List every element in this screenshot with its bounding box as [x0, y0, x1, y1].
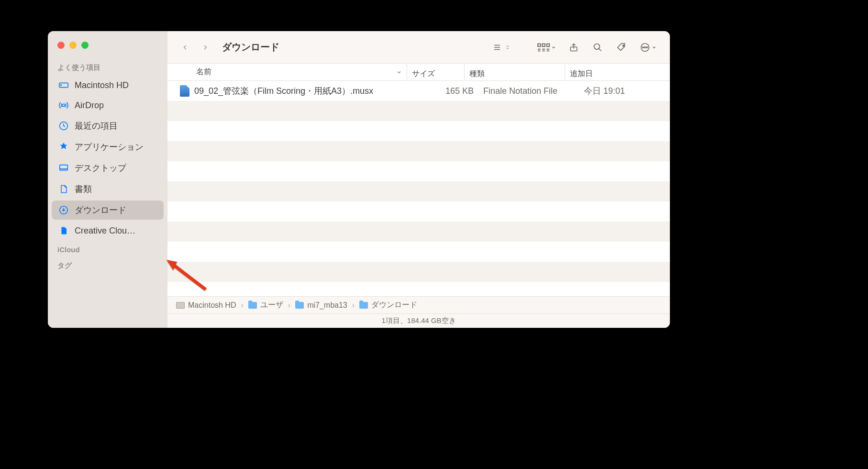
file-list: 09_02_管弦楽（Film Scoring・用紙A3）.musx 165 KB…: [167, 81, 670, 296]
disk-icon: [58, 80, 69, 90]
sidebar-item-macintosh-hd[interactable]: Macintosh HD: [52, 76, 164, 94]
svg-rect-8: [546, 44, 549, 46]
sort-chevron-icon: [396, 69, 402, 75]
sidebar-item-label: アプリケーション: [75, 141, 144, 153]
status-bar: 1項目、184.44 GB空き: [167, 313, 670, 328]
path-crumb[interactable]: mi7_mba13: [295, 301, 347, 310]
sidebar-section-tags[interactable]: タグ: [48, 257, 167, 273]
svg-point-10: [594, 44, 600, 49]
empty-row: [167, 161, 670, 181]
minimize-window-button[interactable]: [69, 42, 77, 49]
sidebar-item-applications[interactable]: アプリケーション: [52, 137, 164, 156]
up-down-chevron-icon: [505, 44, 510, 51]
empty-row: [167, 101, 670, 121]
folder-icon: [295, 302, 304, 309]
sidebar-item-label: Creative Clou…: [75, 226, 135, 236]
tags-button[interactable]: [612, 39, 632, 56]
empty-row: [167, 262, 670, 282]
path-crumb-label: ダウンロード: [371, 300, 417, 310]
empty-row: [167, 141, 670, 161]
main-pane: ダウンロード: [167, 31, 670, 328]
sidebar-item-label: ダウンロード: [75, 204, 126, 216]
svg-point-14: [644, 46, 645, 47]
svg-point-13: [642, 46, 643, 47]
file-name: 09_02_管弦楽（Film Scoring・用紙A3）.musx: [194, 85, 373, 97]
empty-row: [167, 242, 670, 262]
empty-row: [167, 121, 670, 141]
apps-icon: [58, 142, 69, 152]
column-header-date-added[interactable]: 追加日: [565, 64, 670, 80]
close-window-button[interactable]: [57, 42, 65, 49]
svg-point-11: [623, 45, 624, 46]
column-header-label: 追加日: [570, 69, 593, 79]
sidebar-item-label: デスクトップ: [75, 162, 126, 174]
file-type-icon: [180, 85, 189, 97]
forward-button[interactable]: [197, 39, 213, 56]
chevron-down-icon: [551, 45, 556, 50]
empty-row: [167, 222, 670, 242]
document-icon: [58, 184, 69, 194]
svg-point-2: [62, 104, 65, 107]
path-bar: Macintosh HD › ユーザ › mi7_mba13 › ダウンロード: [167, 296, 670, 313]
svg-rect-4: [60, 165, 68, 170]
download-icon: [58, 205, 69, 215]
chevron-right-icon: ›: [241, 301, 243, 310]
column-headers: 名前 サイズ 種類 追加日: [167, 64, 670, 81]
svg-point-1: [61, 85, 62, 86]
group-button[interactable]: [533, 39, 560, 56]
svg-rect-6: [537, 44, 540, 46]
column-header-name[interactable]: 名前: [167, 67, 407, 77]
path-crumb[interactable]: Macintosh HD: [176, 301, 236, 310]
column-header-size[interactable]: サイズ: [407, 64, 464, 80]
share-button[interactable]: [564, 39, 584, 56]
sidebar-section-icloud[interactable]: iCloud: [48, 241, 167, 257]
search-button[interactable]: [588, 39, 608, 56]
toolbar: ダウンロード: [167, 31, 670, 64]
path-crumb[interactable]: ユーザ: [248, 300, 283, 310]
column-header-label: 種類: [469, 69, 485, 79]
sidebar-item-label: 最近の項目: [75, 120, 118, 132]
file-icon: [58, 225, 69, 236]
column-header-kind[interactable]: 種類: [464, 64, 565, 80]
path-crumb-label: mi7_mba13: [307, 301, 347, 310]
chevron-right-icon: ›: [352, 301, 355, 310]
view-mode-button[interactable]: [491, 39, 511, 56]
sidebar-item-creative-cloud[interactable]: Creative Clou…: [52, 222, 164, 240]
svg-point-15: [646, 46, 647, 47]
sidebar-item-desktop[interactable]: デスクトップ: [52, 158, 164, 178]
sidebar-item-airdrop[interactable]: AirDrop: [52, 96, 164, 114]
path-crumb-label: ユーザ: [260, 300, 283, 310]
sidebar-section-favorites: よく使う項目: [48, 58, 167, 75]
window-title: ダウンロード: [222, 41, 279, 54]
folder-icon: [359, 302, 368, 309]
disk-icon: [176, 302, 185, 309]
sidebar-item-downloads[interactable]: ダウンロード: [52, 201, 164, 220]
column-header-label: 名前: [196, 67, 211, 77]
svg-rect-7: [542, 44, 545, 46]
status-text: 1項目、184.44 GB空き: [381, 316, 456, 325]
sidebar-item-label: Macintosh HD: [75, 80, 129, 90]
empty-row: [167, 201, 670, 222]
window-controls: [48, 39, 167, 58]
chevron-right-icon: ›: [288, 301, 290, 310]
file-date-added: 今日 19:01: [579, 85, 670, 97]
finder-window: よく使う項目 Macintosh HD AirDrop 最近の項目 アプリケーシ…: [48, 31, 670, 328]
action-menu-button[interactable]: [635, 39, 660, 56]
sidebar-item-label: 書類: [75, 183, 92, 195]
file-size: 165 KB: [421, 86, 479, 96]
airdrop-icon: [58, 100, 69, 111]
file-row[interactable]: 09_02_管弦楽（Film Scoring・用紙A3）.musx 165 KB…: [167, 81, 670, 101]
empty-row: [167, 181, 670, 201]
path-crumb[interactable]: ダウンロード: [359, 300, 417, 310]
back-button[interactable]: [177, 39, 193, 56]
clock-icon: [58, 121, 69, 131]
sidebar-item-recents[interactable]: 最近の項目: [52, 116, 164, 135]
column-header-label: サイズ: [412, 69, 435, 79]
folder-icon: [248, 302, 257, 309]
sidebar-item-documents[interactable]: 書類: [52, 179, 164, 199]
chevron-down-icon: [652, 45, 657, 50]
sidebar-item-label: AirDrop: [75, 100, 104, 111]
path-crumb-label: Macintosh HD: [188, 301, 236, 310]
sidebar: よく使う項目 Macintosh HD AirDrop 最近の項目 アプリケーシ…: [48, 31, 167, 328]
zoom-window-button[interactable]: [81, 42, 89, 49]
